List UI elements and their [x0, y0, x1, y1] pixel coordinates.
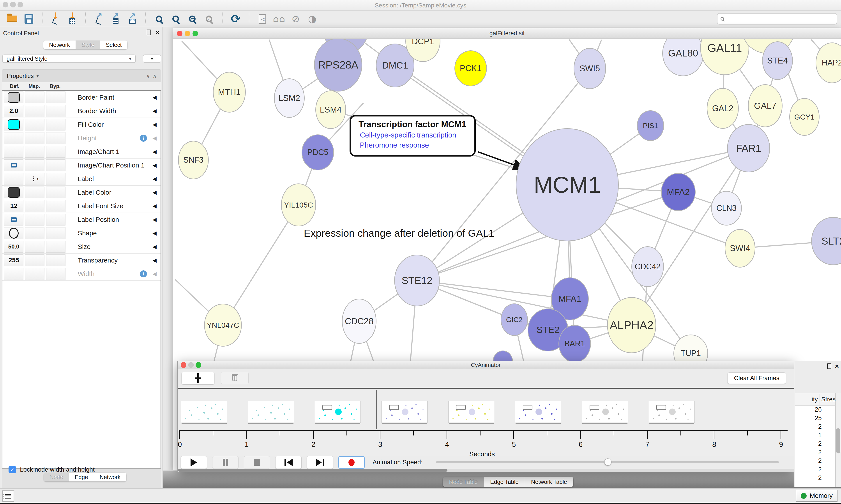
property-row[interactable]: Label Position◀ [2, 213, 161, 227]
skip-to-start-button[interactable] [275, 456, 302, 469]
expand-arrow-icon[interactable]: ◀ [153, 162, 157, 168]
annotation-link[interactable]: Pheromone response [360, 141, 474, 149]
frame-thumbnail[interactable] [515, 401, 561, 423]
expand-arrow-icon[interactable]: ◀ [153, 257, 157, 264]
property-row[interactable]: 50.0Size◀ [2, 240, 161, 254]
expand-arrow-icon[interactable]: ◀ [153, 203, 157, 209]
cell-def[interactable] [4, 132, 23, 144]
node-gal7[interactable]: GAL7 [748, 84, 783, 127]
frame-thumbnail[interactable] [649, 401, 695, 423]
style-options-button[interactable]: ▾ [143, 55, 161, 63]
open-folder-icon[interactable] [6, 12, 18, 25]
cell-map[interactable] [25, 186, 44, 198]
cell-def[interactable] [4, 214, 23, 226]
node-cdc28[interactable]: CDC28 [342, 299, 376, 344]
cell-map[interactable] [25, 200, 44, 212]
expand-arrow-icon[interactable]: ◀ [153, 244, 157, 250]
zoom-out-icon[interactable]: − [169, 12, 182, 25]
cell-def[interactable]: 2.0 [4, 105, 23, 117]
export-network-icon[interactable]: ↗ [93, 12, 105, 25]
property-row[interactable]: 255Transparency◀ [2, 254, 161, 267]
info-icon[interactable]: i [140, 134, 147, 142]
frame-thumbnail[interactable] [248, 401, 294, 423]
export-image-icon[interactable]: ↗ [126, 12, 139, 25]
memory-button[interactable]: Memory [796, 490, 838, 502]
node-ste12[interactable]: STE12 [394, 255, 440, 306]
cell-map[interactable] [25, 227, 44, 239]
cell-byp[interactable] [46, 241, 66, 253]
import-network-icon[interactable]: ↓ [50, 12, 62, 25]
panel-float-icon[interactable] [147, 30, 151, 35]
frame-thumbnail[interactable] [448, 401, 494, 423]
panel-close-icon[interactable]: × [835, 363, 839, 370]
tab-network-table[interactable]: Network Table [525, 477, 573, 487]
expand-arrow-icon[interactable]: ◀ [153, 271, 157, 277]
property-row[interactable]: Heighti◀ [2, 131, 161, 145]
property-row[interactable]: Image/Chart Position 1◀ [2, 159, 161, 172]
property-row[interactable]: ⋮›Label◀ [2, 172, 161, 186]
node-alpha2[interactable]: ALPHA2 [607, 297, 656, 353]
node-gic2[interactable]: GIC2 [501, 303, 528, 336]
timeline-hscrollbar[interactable] [178, 469, 794, 472]
cell-map[interactable] [25, 105, 44, 117]
cell-byp[interactable] [46, 146, 66, 158]
cell-byp[interactable] [46, 159, 66, 171]
node-cdc42[interactable]: CDC42 [631, 246, 664, 287]
cell-map[interactable] [25, 241, 44, 253]
stop-button[interactable] [244, 456, 270, 469]
node-snf3[interactable]: SNF3 [178, 141, 209, 179]
cell-map[interactable] [25, 159, 44, 171]
expand-arrow-icon[interactable]: ◀ [153, 176, 157, 182]
node-cln3[interactable]: CLN3 [711, 191, 742, 226]
annotation-box[interactable]: Transcription factor MCM1 Cell-type-spec… [350, 115, 476, 157]
expand-all-icon[interactable]: ∨∨ [146, 74, 150, 77]
cell-def[interactable] [4, 227, 23, 239]
cell-map[interactable] [25, 214, 44, 226]
cell-byp[interactable] [46, 173, 66, 185]
animation-speed-slider[interactable] [436, 461, 779, 463]
cell-byp[interactable] [46, 214, 66, 226]
expand-arrow-icon[interactable]: ◀ [153, 122, 157, 128]
cell-def[interactable]: 12 [4, 200, 23, 212]
node-mfa2[interactable]: MFA2 [661, 173, 696, 211]
expand-arrow-icon[interactable]: ◀ [153, 149, 157, 155]
node-gcy1[interactable]: GCY1 [789, 98, 820, 136]
export-table-icon[interactable]: ↗ [109, 12, 122, 25]
style-selector[interactable]: galFiltered Style ▾ [2, 55, 136, 63]
node-far1[interactable]: FAR1 [727, 124, 770, 172]
node-mth1[interactable]: MTH1 [213, 72, 246, 112]
cell-byp[interactable] [46, 268, 66, 280]
play-button[interactable] [181, 456, 207, 469]
search-input[interactable] [717, 13, 837, 24]
property-row[interactable]: Image/Chart 1◀ [2, 145, 161, 159]
node-ste4[interactable]: STE4 [762, 41, 793, 80]
node-pdc5[interactable]: PDC5 [302, 134, 334, 170]
pause-button[interactable] [212, 456, 238, 469]
results-vscrollbar[interactable] [836, 393, 841, 487]
cell-byp[interactable] [46, 254, 66, 266]
node-mcm1[interactable]: MCM1 [516, 128, 619, 241]
cell-map[interactable] [25, 91, 44, 103]
cell-byp[interactable] [46, 105, 66, 117]
network-window-titlebar[interactable]: galFiltered.sif [173, 28, 841, 39]
cell-map[interactable] [25, 119, 44, 130]
cell-map[interactable] [25, 254, 44, 266]
expand-arrow-icon[interactable]: ◀ [153, 230, 157, 236]
node-pis1[interactable]: PIS1 [637, 110, 664, 141]
tab-select[interactable]: Select [100, 40, 127, 49]
property-row[interactable]: Shape◀ [2, 227, 161, 240]
tab-node-table[interactable]: Node Table [443, 477, 484, 487]
tab-edge[interactable]: Edge [69, 473, 94, 482]
property-row[interactable]: Label Color◀ [2, 186, 161, 199]
lock-size-checkbox[interactable]: ✓ [8, 466, 16, 473]
skip-to-end-button[interactable] [307, 456, 333, 469]
tab-style[interactable]: Style [76, 40, 100, 49]
node-yil105c[interactable]: YIL105C [281, 183, 316, 227]
node-swi5[interactable]: SWI5 [574, 48, 606, 89]
cell-def[interactable]: 255 [4, 254, 23, 266]
tab-edge-table[interactable]: Edge Table [484, 477, 525, 487]
cell-def[interactable] [4, 268, 23, 280]
property-row[interactable]: Fill Color◀ [2, 118, 161, 131]
node-lsm2[interactable]: LSM2 [274, 78, 305, 118]
vscrollbar-thumb[interactable] [836, 428, 840, 453]
